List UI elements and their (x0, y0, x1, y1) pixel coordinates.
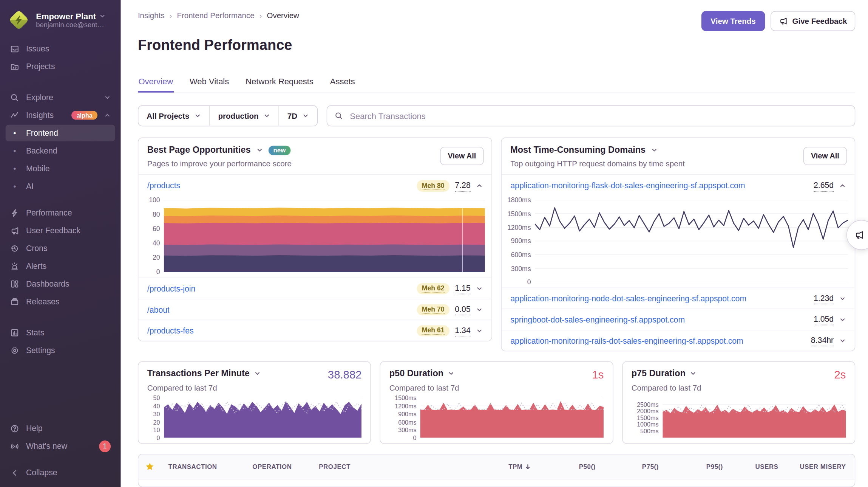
page-title: Frontend Performance (138, 37, 855, 54)
sidebar-item-insights[interactable]: Insights alpha (6, 107, 115, 124)
col-p95[interactable]: P95() (706, 464, 723, 470)
col-user-misery[interactable]: USER MISERY (800, 464, 846, 470)
chevron-down-icon[interactable] (839, 337, 846, 344)
sidebar-item-issues[interactable]: Issues (6, 40, 115, 57)
tab-network-requests[interactable]: Network Requests (245, 77, 314, 93)
sidebar-item-settings[interactable]: Settings (6, 342, 115, 358)
sidebar-item-mobile[interactable]: • Mobile (6, 160, 115, 177)
page-row-products[interactable]: /products Meh 80 7.28 (138, 174, 491, 197)
sidebar-item-performance[interactable]: Performance (6, 205, 115, 221)
bar-chart-icon (10, 328, 19, 337)
chevron-down-icon[interactable] (839, 295, 846, 302)
transaction-link[interactable]: /products-fes (147, 326, 194, 335)
sidebar-item-explore[interactable]: Explore (6, 89, 115, 106)
project-filter[interactable]: All Projects (138, 106, 209, 126)
sidebar-item-dashboards[interactable]: Dashboards (6, 275, 115, 292)
view-trends-button[interactable]: View Trends (701, 11, 765, 31)
transactions-table: TRANSACTION OPERATION PROJECT TPM P50() … (138, 454, 855, 487)
domain-link[interactable]: application-monitoring-rails-dot-sales-e… (510, 336, 743, 345)
metric-subtitle: Compared to last 7d (389, 384, 604, 392)
sidebar-item-stats[interactable]: Stats (6, 324, 115, 341)
domain-row-rails[interactable]: application-monitoring-rails-dot-sales-e… (502, 330, 855, 351)
col-tpm[interactable]: TPM (508, 463, 531, 470)
org-switcher[interactable]: Empower Plant benjamin.coe@sent… (6, 8, 115, 40)
chevron-down-icon (194, 113, 201, 119)
domain-row-springboot[interactable]: springboot-dot-sales-engineering-sf.apps… (502, 309, 855, 330)
sidebar-item-user-feedback[interactable]: User Feedback (6, 222, 115, 239)
chevron-down-icon[interactable] (256, 147, 263, 154)
sidebar-item-ai[interactable]: • AI (6, 178, 115, 194)
domain-row-node[interactable]: application-monitoring-node-dot-sales-en… (502, 288, 855, 309)
time-spent-value: 8.34hr (811, 335, 834, 346)
domain-row-flask[interactable]: application-monitoring-flask-dot-sales-e… (502, 174, 855, 197)
tab-web-vitals[interactable]: Web Vitals (189, 77, 230, 93)
panel-title[interactable]: Most Time-Consuming Domains (510, 146, 646, 155)
page-row-products-fes[interactable]: /products-fes Meh 61 1.34 (138, 320, 491, 341)
time-spent-value: 1.05d (814, 314, 834, 325)
col-operation[interactable]: OPERATION (252, 464, 319, 470)
tab-overview[interactable]: Overview (138, 77, 174, 93)
page-row-products-join[interactable]: /products-join Meh 62 1.15 (138, 278, 491, 299)
chevron-down-icon[interactable] (476, 285, 483, 292)
view-all-button[interactable]: View All (803, 147, 847, 165)
sidebar-collapse-button[interactable]: Collapse (6, 464, 115, 481)
table-row[interactable]: /products pageload react 7.57/min 5.41s … (138, 479, 854, 487)
dashboard-icon (10, 279, 19, 288)
sidebar-item-whats-new[interactable]: What's new 1 (6, 438, 115, 454)
metric-subtitle: Compared to last 7d (147, 384, 362, 392)
view-all-button[interactable]: View All (440, 147, 484, 165)
sort-desc-icon (524, 463, 531, 470)
sidebar-item-backend[interactable]: • Backend (6, 143, 115, 159)
breadcrumb-frontend-performance[interactable]: Frontend Performance (177, 11, 254, 20)
transaction-link[interactable]: /about (147, 305, 170, 314)
chevron-down-icon[interactable] (476, 306, 483, 313)
page-row-about[interactable]: /about Meh 70 0.05 (138, 299, 491, 320)
megaphone-icon (10, 226, 19, 235)
domain-link[interactable]: application-monitoring-flask-dot-sales-e… (510, 181, 745, 190)
environment-filter[interactable]: production (209, 106, 278, 126)
star-icon[interactable] (145, 462, 154, 471)
metric-title[interactable]: p50 Duration (389, 369, 455, 378)
domain-link[interactable]: springboot-dot-sales-engineering-sf.apps… (510, 315, 685, 324)
search-icon (10, 93, 19, 102)
sidebar-item-help[interactable]: Help (6, 420, 115, 437)
bullet-icon: • (10, 182, 19, 191)
notification-badge: 1 (99, 440, 111, 452)
col-p50[interactable]: P50() (579, 464, 596, 470)
tab-assets[interactable]: Assets (329, 77, 355, 93)
date-range-filter[interactable]: 7D (278, 106, 317, 126)
sidebar-item-frontend[interactable]: • Frontend (6, 125, 115, 141)
give-feedback-button[interactable]: Give Feedback (771, 11, 855, 31)
col-project[interactable]: PROJECT (319, 464, 470, 470)
search-input[interactable] (349, 111, 847, 121)
metric-title[interactable]: p75 Duration (632, 369, 697, 378)
score-badge: Meh 80 (417, 180, 449, 191)
chevron-down-icon[interactable] (839, 316, 846, 323)
search-transactions[interactable] (327, 105, 856, 127)
p75-chart: 2500ms2000ms1500ms1000ms500ms (632, 398, 846, 438)
metric-title[interactable]: Transactions Per Minute (147, 369, 261, 378)
transaction-link[interactable]: /products (147, 181, 180, 190)
chevron-down-icon[interactable] (476, 327, 483, 334)
y-axis: 2500ms2000ms1500ms1000ms500ms (632, 398, 663, 438)
sidebar-item-releases[interactable]: Releases (6, 293, 115, 310)
chevron-up-icon[interactable] (476, 183, 483, 189)
transaction-link[interactable]: /products-join (147, 284, 196, 293)
search-icon (334, 112, 343, 120)
col-p75[interactable]: P75() (642, 464, 659, 470)
sidebar-item-projects[interactable]: Projects (6, 58, 115, 75)
sidebar-item-alerts[interactable]: Alerts (6, 257, 115, 274)
issues-icon (10, 44, 19, 54)
domain-link[interactable]: application-monitoring-node-dot-sales-en… (510, 294, 746, 303)
col-transaction[interactable]: TRANSACTION (168, 464, 253, 470)
breadcrumb-insights[interactable]: Insights (138, 11, 165, 20)
chevron-up-icon[interactable] (839, 183, 846, 189)
alpha-badge: alpha (71, 111, 97, 119)
app-window: Empower Plant benjamin.coe@sent… Issues … (0, 0, 868, 487)
col-users[interactable]: USERS (755, 464, 778, 470)
panel-title[interactable]: Best Page Opportunities (147, 146, 251, 155)
chevron-down-icon[interactable] (651, 147, 658, 154)
chevron-down-icon (254, 371, 261, 377)
sidebar-item-crons[interactable]: Crons (6, 240, 115, 257)
panel-subtitle: Pages to improve your performance score (147, 159, 483, 168)
